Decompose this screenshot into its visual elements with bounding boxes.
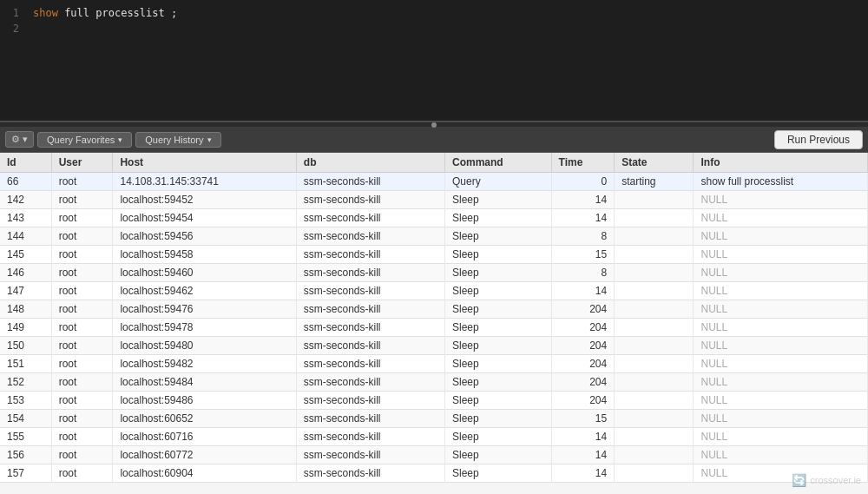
gear-button[interactable]: ⚙ ▾ — [5, 131, 34, 148]
cell-time: 0 — [551, 173, 615, 191]
cell-id: 152 — [0, 373, 51, 392]
cell-user: root — [51, 337, 113, 355]
run-previous-button[interactable]: Run Previous — [774, 130, 863, 149]
watermark: 🔄 crossover.ie — [792, 473, 861, 487]
editor-content[interactable]: show full processlist ; — [26, 0, 868, 121]
table-row[interactable]: 147rootlocalhost:59462ssm-seconds-killSl… — [0, 282, 868, 300]
col-header-id: Id — [0, 153, 51, 173]
table-row[interactable]: 143rootlocalhost:59454ssm-seconds-killSl… — [0, 209, 868, 227]
table-row[interactable]: 156rootlocalhost:60772ssm-seconds-killSl… — [0, 446, 868, 464]
table-row[interactable]: 66root14.108.31.145:33741ssm-seconds-kil… — [0, 173, 868, 191]
cell-host: localhost:59478 — [113, 319, 296, 337]
cell-host: localhost:60904 — [113, 464, 296, 483]
cell-db: ssm-seconds-kill — [296, 246, 444, 264]
cell-info: NULL — [694, 227, 868, 246]
gear-arrow: ▾ — [23, 134, 28, 145]
code-semicolon: ; — [171, 7, 177, 19]
cell-host: localhost:60716 — [113, 428, 296, 446]
query-favorites-arrow: ▾ — [118, 135, 122, 144]
col-header-info: Info — [694, 153, 868, 173]
query-favorites-button[interactable]: Query Favorites ▾ — [37, 132, 132, 148]
cell-time: 204 — [551, 392, 615, 410]
cell-command: Sleep — [445, 373, 552, 392]
cell-db: ssm-seconds-kill — [296, 446, 444, 464]
cell-host: localhost:59458 — [113, 246, 296, 264]
table-row[interactable]: 153rootlocalhost:59486ssm-seconds-killSl… — [0, 392, 868, 410]
cell-user: root — [51, 319, 113, 337]
query-history-button[interactable]: Query History ▾ — [135, 132, 220, 148]
cell-command: Sleep — [445, 428, 552, 446]
line-number-2: 2 — [7, 21, 19, 36]
table-row[interactable]: 146rootlocalhost:59460ssm-seconds-killSl… — [0, 264, 868, 282]
col-header-state: State — [615, 153, 694, 173]
cell-user: root — [51, 446, 113, 464]
table-row[interactable]: 142rootlocalhost:59452ssm-seconds-killSl… — [0, 191, 868, 209]
cell-db: ssm-seconds-kill — [296, 319, 444, 337]
cell-time: 14 — [551, 428, 615, 446]
cell-host: localhost:59476 — [113, 300, 296, 319]
cell-id: 149 — [0, 319, 51, 337]
cell-id: 156 — [0, 446, 51, 464]
line-number-1: 1 — [7, 5, 19, 21]
cell-user: root — [51, 209, 113, 227]
table-row[interactable]: 157rootlocalhost:60904ssm-seconds-killSl… — [0, 464, 868, 483]
cell-info: NULL — [694, 246, 868, 264]
cell-state — [615, 319, 694, 337]
cell-state — [615, 446, 694, 464]
cell-info: NULL — [694, 392, 868, 410]
table-row[interactable]: 155rootlocalhost:60716ssm-seconds-killSl… — [0, 428, 868, 446]
cell-host: localhost:59482 — [113, 355, 296, 373]
cell-id: 145 — [0, 246, 51, 264]
code-full-processlist: full processlist — [64, 7, 165, 19]
cell-info: NULL — [694, 410, 868, 428]
cell-host: localhost:59454 — [113, 209, 296, 227]
cell-command: Sleep — [445, 246, 552, 264]
cell-command: Sleep — [445, 191, 552, 209]
cell-time: 8 — [551, 227, 615, 246]
cell-command: Query — [445, 173, 552, 191]
cell-db: ssm-seconds-kill — [296, 337, 444, 355]
table-row[interactable]: 145rootlocalhost:59458ssm-seconds-killSl… — [0, 246, 868, 264]
keyword-show: show — [33, 7, 58, 19]
cell-host: localhost:59460 — [113, 264, 296, 282]
cell-host: localhost:59456 — [113, 227, 296, 246]
cell-db: ssm-seconds-kill — [296, 173, 444, 191]
cell-id: 154 — [0, 410, 51, 428]
cell-command: Sleep — [445, 446, 552, 464]
table-row[interactable]: 150rootlocalhost:59480ssm-seconds-killSl… — [0, 337, 868, 355]
cell-command: Sleep — [445, 355, 552, 373]
cell-time: 204 — [551, 355, 615, 373]
cell-db: ssm-seconds-kill — [296, 227, 444, 246]
table-container[interactable]: Id User Host db Command Time State Info … — [0, 153, 868, 494]
col-header-db: db — [296, 153, 444, 173]
cell-id: 157 — [0, 464, 51, 483]
cell-state — [615, 282, 694, 300]
cell-id: 146 — [0, 264, 51, 282]
cell-host: localhost:59452 — [113, 191, 296, 209]
cell-time: 14 — [551, 446, 615, 464]
cell-host: localhost:60772 — [113, 446, 296, 464]
cell-db: ssm-seconds-kill — [296, 410, 444, 428]
cell-command: Sleep — [445, 319, 552, 337]
cell-host: localhost:59480 — [113, 337, 296, 355]
cell-id: 147 — [0, 282, 51, 300]
cell-db: ssm-seconds-kill — [296, 392, 444, 410]
cell-db: ssm-seconds-kill — [296, 282, 444, 300]
cell-command: Sleep — [445, 300, 552, 319]
query-history-label: Query History — [145, 135, 203, 145]
cell-db: ssm-seconds-kill — [296, 264, 444, 282]
cell-info: NULL — [694, 355, 868, 373]
cell-info: NULL — [694, 446, 868, 464]
table-row[interactable]: 154rootlocalhost:60652ssm-seconds-killSl… — [0, 410, 868, 428]
table-row[interactable]: 148rootlocalhost:59476ssm-seconds-killSl… — [0, 300, 868, 319]
table-row[interactable]: 152rootlocalhost:59484ssm-seconds-killSl… — [0, 373, 868, 392]
cell-db: ssm-seconds-kill — [296, 209, 444, 227]
cell-state — [615, 392, 694, 410]
table-row[interactable]: 149rootlocalhost:59478ssm-seconds-killSl… — [0, 319, 868, 337]
cell-state: starting — [615, 173, 694, 191]
cell-id: 144 — [0, 227, 51, 246]
cell-time: 15 — [551, 410, 615, 428]
cell-id: 150 — [0, 337, 51, 355]
table-row[interactable]: 151rootlocalhost:59482ssm-seconds-killSl… — [0, 355, 868, 373]
table-row[interactable]: 144rootlocalhost:59456ssm-seconds-killSl… — [0, 227, 868, 246]
